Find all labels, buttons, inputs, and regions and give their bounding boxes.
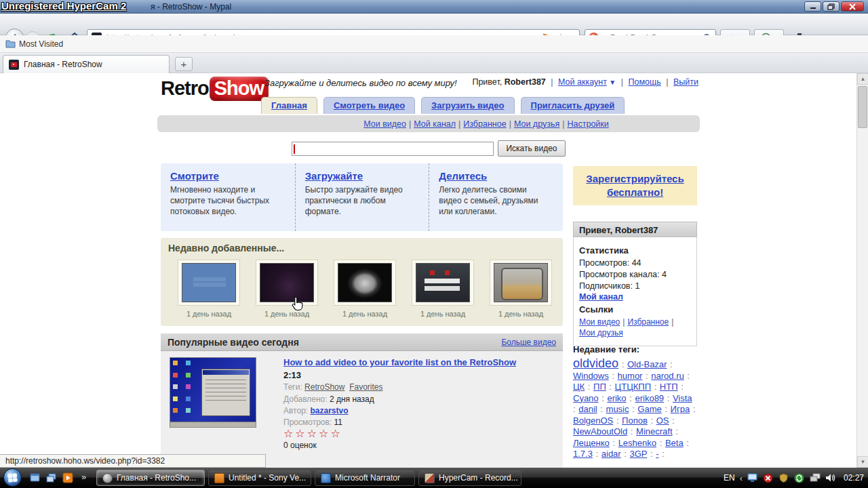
subnav-favorites[interactable]: Избранное — [463, 119, 506, 129]
tray-security-icon[interactable] — [778, 472, 789, 483]
recent-video-4[interactable] — [412, 260, 474, 306]
tag-link[interactable]: ЦК — [573, 382, 585, 392]
tag-link[interactable]: BolgenOS — [573, 415, 613, 426]
feature-share-link[interactable]: Делитесь — [439, 170, 487, 182]
subnav-my-friends[interactable]: Мои друзья — [514, 119, 559, 129]
tag-link[interactable]: Old-Bazar — [627, 359, 667, 369]
tag-link[interactable]: Beta — [665, 438, 684, 448]
close-button[interactable] — [841, 1, 864, 12]
sub-nav-bar: Мои видео Мой канал Избранное Мои друзья… — [157, 115, 700, 132]
subnav-my-channel[interactable]: Мой канал — [414, 119, 456, 129]
scroll-down-arrow[interactable]: ▼ — [857, 456, 868, 468]
author-link[interactable]: bazarstvo — [311, 406, 349, 415]
tag-link[interactable]: Игра — [671, 404, 690, 414]
subnav-my-videos[interactable]: Мои видео — [363, 119, 406, 129]
taskbar-task-vegas[interactable]: Untitled * - Sony Ve... — [208, 470, 311, 486]
video-tag-link[interactable]: RetroShow — [304, 382, 344, 392]
tag-link[interactable]: Leshenko — [618, 438, 656, 448]
tray-chevron[interactable]: ‹ — [740, 473, 743, 483]
tag-link[interactable]: danil — [578, 404, 597, 414]
show-desktop-icon[interactable] — [30, 472, 41, 483]
restore-button[interactable] — [823, 1, 840, 12]
tag-link[interactable]: Windows — [573, 371, 609, 381]
tag-link[interactable]: Vista — [673, 393, 692, 403]
media-player-icon[interactable] — [62, 472, 73, 483]
more-videos-link[interactable]: Больше видео — [501, 338, 556, 347]
stats-my-videos-link[interactable]: Мои видео — [579, 317, 620, 327]
recent-video-5[interactable] — [490, 260, 552, 306]
tray-update-icon[interactable] — [794, 472, 805, 483]
video-thumbnail[interactable] — [494, 263, 548, 302]
most-visited-bookmark[interactable]: Most Visited — [19, 39, 63, 49]
language-indicator[interactable]: EN — [724, 473, 735, 483]
logout-link[interactable]: Выйти — [673, 77, 698, 87]
video-search-input[interactable] — [292, 142, 494, 156]
taskbar-clock[interactable]: 02:27 — [844, 473, 864, 483]
recent-video-3[interactable] — [334, 260, 396, 306]
tag-link[interactable]: eriko89 — [635, 393, 664, 403]
tag-link[interactable]: Попов — [622, 415, 648, 426]
tag-link[interactable]: music — [606, 404, 629, 414]
feature-watch-link[interactable]: Смотрите — [170, 170, 219, 182]
popular-video-title-link[interactable]: How to add video to your favorite list o… — [283, 357, 516, 367]
video-thumbnail[interactable] — [182, 263, 236, 302]
my-channel-link[interactable]: Мой канал — [579, 292, 623, 302]
tag-link[interactable]: Лещенко — [573, 438, 610, 448]
tag-link[interactable]: eriko — [607, 393, 626, 403]
my-account-link[interactable]: Мой аккаунт — [558, 77, 607, 87]
nav-tab-invite[interactable]: Пригласить друзей — [521, 97, 625, 114]
tag-link[interactable]: 3GP — [630, 449, 648, 459]
quicklaunch-overflow-chevron[interactable]: » — [81, 472, 86, 482]
tag-link[interactable]: ПП — [593, 382, 606, 392]
tray-display-icon[interactable] — [747, 472, 758, 483]
rating-stars[interactable]: ☆☆☆☆☆ — [283, 427, 558, 440]
popular-video-thumbnail[interactable] — [170, 357, 256, 428]
tag-link[interactable]: humor — [618, 371, 643, 381]
tray-error-icon[interactable] — [763, 472, 774, 483]
tag-link[interactable]: OS — [656, 415, 669, 426]
taskbar-task-browser[interactable]: Главная - RetroSho... — [96, 470, 205, 486]
tag-link[interactable]: ЦТЦКПП — [615, 382, 651, 392]
scroll-up-arrow[interactable]: ▲ — [857, 73, 868, 85]
nav-tab-upload[interactable]: Загрузить видео — [421, 97, 514, 114]
tag-link[interactable]: Cyano — [573, 393, 599, 403]
video-thumbnail[interactable] — [260, 263, 314, 302]
tray-network-icon[interactable] — [810, 472, 821, 483]
tag-link[interactable]: 1.7.3 — [573, 449, 593, 459]
account-dropdown-icon[interactable]: ▼ — [609, 79, 616, 86]
help-link[interactable]: Помощь — [628, 77, 660, 87]
stats-my-friends-link[interactable]: Мои друзья — [579, 328, 623, 338]
tag-link[interactable]: narod.ru — [651, 371, 684, 381]
tab-active[interactable]: Главная - RetroShow — [3, 55, 170, 73]
page-scrollbar[interactable]: ▲ ▼ — [856, 73, 868, 468]
new-tab-button[interactable]: + — [175, 57, 193, 71]
taskbar-task-hypercam[interactable]: HyperCam - Record... — [418, 470, 521, 486]
start-button[interactable] — [3, 468, 22, 487]
scrollbar-thumb[interactable] — [858, 86, 867, 128]
stats-favorites-link[interactable]: Избранное — [627, 317, 669, 327]
tag-link[interactable]: Game — [637, 404, 661, 414]
minimize-button[interactable] — [804, 1, 821, 12]
switch-windows-icon[interactable] — [46, 472, 57, 483]
tag-link[interactable]: NewAboutOld — [573, 426, 627, 436]
retroshow-logo[interactable]: RetroShow — [161, 77, 269, 100]
tag-link[interactable]: aidar — [601, 449, 621, 459]
recent-video-1[interactable] — [178, 260, 240, 306]
tag-link[interactable]: Minecraft — [636, 426, 672, 436]
video-search-button[interactable]: Искать видео — [498, 140, 566, 157]
nav-tab-watch[interactable]: Смотреть видео — [323, 97, 415, 114]
feature-upload-link[interactable]: Загружайте — [305, 170, 363, 182]
tag-link[interactable]: - — [656, 449, 658, 459]
taskbar-task-narrator[interactable]: Microsoft Narrator — [315, 470, 415, 486]
nav-tab-home[interactable]: Главная — [261, 97, 317, 114]
tray-volume-icon[interactable] — [825, 472, 836, 483]
video-thumbnail[interactable] — [416, 263, 470, 302]
tag-link[interactable]: НТП — [660, 382, 678, 392]
subnav-settings[interactable]: Настройки — [567, 119, 608, 129]
recent-video-2[interactable] — [256, 260, 318, 306]
tag-link[interactable]: oldvideo — [573, 357, 618, 370]
video-tag-link[interactable]: Favorites — [349, 382, 382, 392]
video-thumbnail[interactable] — [338, 263, 392, 302]
register-link[interactable]: Зарегистрируйтесьбесплатно! — [586, 172, 684, 200]
most-visited-folder-icon — [5, 39, 16, 48]
